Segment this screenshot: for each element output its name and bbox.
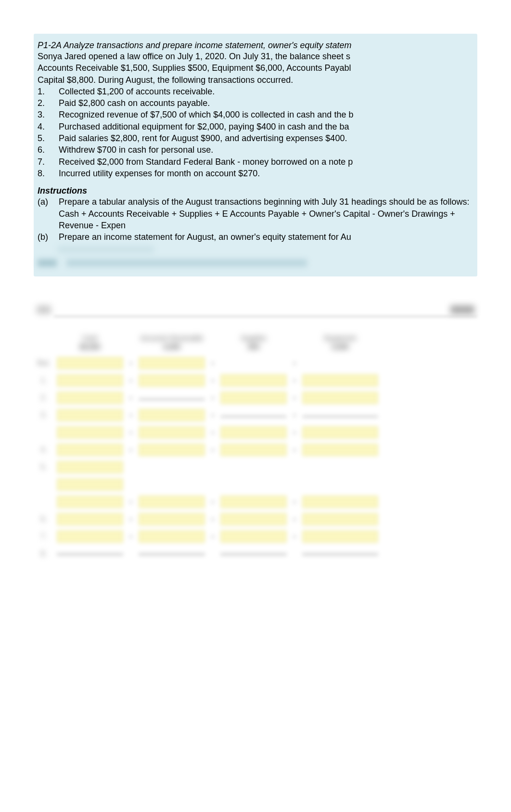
column-header-ar: Accounts Receivable0,000 bbox=[136, 334, 208, 351]
table-top-row bbox=[34, 305, 477, 316]
answer-cell[interactable] bbox=[139, 426, 205, 439]
answer-cell[interactable] bbox=[220, 426, 287, 439]
blurred-note-row bbox=[38, 259, 473, 267]
answer-cell[interactable] bbox=[139, 357, 205, 369]
problem-intro-line: Sonya Jared opened a law office on July … bbox=[34, 51, 477, 62]
row-label: 3. bbox=[34, 411, 54, 419]
operator: + bbox=[290, 377, 299, 384]
tabular-analysis: Cash$0,000 Accounts Receivable0,000 Supp… bbox=[34, 305, 477, 563]
table-row bbox=[34, 476, 477, 493]
spacer-cell bbox=[302, 357, 378, 369]
answer-cell[interactable] bbox=[302, 496, 378, 508]
answer-cell[interactable] bbox=[302, 426, 378, 439]
answer-cell[interactable] bbox=[302, 374, 378, 387]
operator: + bbox=[126, 394, 136, 402]
operator: + bbox=[126, 498, 136, 506]
operator: + bbox=[290, 498, 299, 506]
subtotal-line bbox=[220, 415, 287, 417]
problem-intro-line: Accounts Receivable $1,500, Supplies $50… bbox=[34, 62, 477, 74]
answer-cell[interactable] bbox=[220, 444, 287, 456]
answer-cell[interactable] bbox=[57, 374, 123, 387]
operator: + bbox=[290, 446, 299, 454]
row-label: 5. bbox=[34, 463, 54, 471]
transaction-text: Received $2,000 from Standard Federal Ba… bbox=[59, 156, 473, 168]
answer-cell[interactable] bbox=[57, 426, 123, 439]
operator: + bbox=[290, 533, 299, 540]
operator: + bbox=[126, 377, 136, 384]
answer-cell[interactable] bbox=[57, 444, 123, 456]
table-row: 2. + + + bbox=[34, 389, 477, 406]
answer-cell[interactable] bbox=[57, 478, 123, 491]
transaction-text: Incurred utility expenses for month on a… bbox=[59, 168, 473, 179]
operator: + bbox=[208, 498, 217, 506]
transaction-text: Withdrew $700 in cash for personal use. bbox=[59, 144, 473, 156]
transaction-row: 2. Paid $2,800 cash on accounts payable. bbox=[38, 97, 473, 109]
total-line bbox=[139, 552, 205, 555]
row-label: 1. bbox=[34, 376, 54, 385]
transaction-number: 8. bbox=[38, 168, 59, 179]
blurred-content bbox=[38, 259, 57, 267]
answer-cell[interactable] bbox=[220, 496, 287, 508]
operator: + bbox=[126, 446, 136, 454]
answer-cell[interactable] bbox=[220, 513, 287, 525]
answer-cell[interactable] bbox=[57, 496, 123, 508]
answer-cell[interactable] bbox=[139, 374, 205, 387]
table-body: Bal. + + + 1. + + + 2. + + bbox=[34, 354, 477, 563]
transaction-text: Collected $1,200 of accounts receivable. bbox=[59, 86, 473, 97]
transaction-number: 5. bbox=[38, 132, 59, 144]
answer-cell[interactable] bbox=[139, 409, 205, 421]
transaction-row: 5. Paid salaries $2,800, rent for August… bbox=[38, 132, 473, 144]
instruction-row: (a) Prepare a tabular analysis of the Au… bbox=[34, 196, 477, 231]
operator: + bbox=[126, 515, 136, 523]
transaction-text: Paid $2,800 cash on accounts payable. bbox=[59, 97, 473, 109]
transaction-row: 6. Withdrew $700 in cash for personal us… bbox=[38, 144, 473, 156]
spacer-cell bbox=[220, 461, 287, 473]
answer-cell[interactable] bbox=[57, 357, 123, 369]
table-row: 4. + + + bbox=[34, 441, 477, 458]
answer-cell[interactable] bbox=[139, 513, 205, 525]
answer-cell[interactable] bbox=[220, 392, 287, 404]
answer-cell[interactable] bbox=[57, 461, 123, 473]
operator: + bbox=[208, 394, 217, 402]
table-row: 8. bbox=[34, 545, 477, 563]
table-row: 7. + + + bbox=[34, 528, 477, 545]
row-label: Bal. bbox=[34, 359, 54, 367]
column-header-supplies: Supplies000 bbox=[217, 334, 290, 351]
row-label: 6. bbox=[34, 515, 54, 524]
answer-cell[interactable] bbox=[302, 392, 378, 404]
operator: + bbox=[208, 411, 217, 419]
blurred-content bbox=[450, 305, 474, 314]
operator: + bbox=[290, 515, 299, 523]
transaction-row: 4. Purchased additional equipment for $2… bbox=[38, 121, 473, 132]
answer-cell[interactable] bbox=[57, 392, 123, 404]
problem-title: P1-2A Analyze transactions and prepare i… bbox=[34, 40, 477, 51]
operator: + bbox=[290, 429, 299, 436]
answer-cell[interactable] bbox=[139, 444, 205, 456]
answer-cell[interactable] bbox=[139, 496, 205, 508]
answer-cell[interactable] bbox=[302, 530, 378, 543]
spacer-cell bbox=[302, 461, 378, 473]
subtotal-line bbox=[302, 415, 378, 417]
transaction-list: 1. Collected $1,200 of accounts receivab… bbox=[34, 86, 477, 179]
answer-cell[interactable] bbox=[57, 530, 123, 543]
instruction-text: Prepare an income statement for August, … bbox=[59, 231, 473, 243]
answer-cell[interactable] bbox=[220, 374, 287, 387]
answer-cell[interactable] bbox=[302, 513, 378, 525]
operator: + bbox=[126, 429, 136, 436]
column-header-equipment: Equipment0,000 bbox=[299, 334, 381, 351]
answer-cell[interactable] bbox=[302, 444, 378, 456]
row-label: 7. bbox=[34, 532, 54, 541]
answer-cell[interactable] bbox=[57, 513, 123, 525]
operator: + bbox=[290, 359, 299, 367]
table-row: + + + bbox=[34, 493, 477, 511]
answer-cell[interactable] bbox=[139, 530, 205, 543]
transaction-text: Paid salaries $2,800, rent for August $9… bbox=[59, 132, 473, 144]
transaction-number: 7. bbox=[38, 156, 59, 168]
operator: + bbox=[126, 359, 136, 367]
transaction-text: Recognized revenue of $7,500 of which $4… bbox=[59, 109, 473, 120]
transaction-number: 1. bbox=[38, 86, 59, 97]
answer-cell[interactable] bbox=[57, 409, 123, 421]
operator: + bbox=[208, 515, 217, 523]
operator: + bbox=[126, 533, 136, 540]
answer-cell[interactable] bbox=[220, 530, 287, 543]
